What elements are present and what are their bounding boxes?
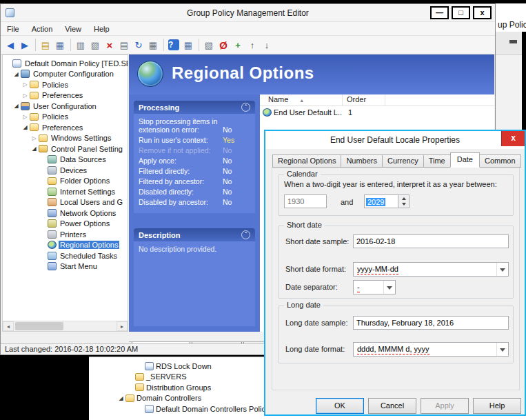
expander-icon[interactable] [21,81,29,88]
scrollbar-thumb[interactable] [15,322,63,330]
toolbar-separator [35,39,36,51]
tab-common[interactable]: Common [479,154,521,168]
start-menu-icon [48,262,57,270]
tab-regional-options[interactable]: Regional Options [272,154,341,168]
globe-icon [137,61,163,87]
column-header-order[interactable]: Order [343,94,385,106]
report-icon[interactable]: ▧ [202,38,216,52]
dialog-title[interactable]: End User Default Locale Properties [265,131,525,149]
tree-item-data-sources[interactable]: Data Sources [3,154,128,166]
tree-item-scheduled-tasks[interactable]: Scheduled Tasks [3,250,128,261]
properties-icon[interactable]: ▦ [146,38,160,52]
expander-icon[interactable] [30,135,38,141]
move-down-icon[interactable]: ↓ [260,38,274,52]
list-view-icon[interactable]: ▤ [117,38,131,52]
maximize-button[interactable]: □ [452,6,470,19]
menu-action[interactable]: Action [26,23,59,34]
paste-icon[interactable]: ▧ [88,38,102,52]
console-tree-icon[interactable]: ▦ [53,38,67,52]
tree-item-network-options[interactable]: Network Options [3,208,128,219]
delete-icon[interactable]: × [103,38,117,52]
date-separator-combo[interactable]: - [353,280,396,294]
tree-item-windows-settings[interactable]: Windows Settings [3,133,128,144]
tree-item-internet-settings[interactable]: Internet Settings [3,186,128,197]
chevron-down-icon[interactable] [383,281,395,294]
tree-item-start-menu[interactable]: Start Menu [3,261,128,272]
year-to-spinner[interactable]: 2029 [364,194,409,208]
folder-icon [125,394,134,402]
tree-item-computer-configuration[interactable]: Computer Configuration [3,69,128,80]
devices-icon [48,166,57,174]
short-date-sample-field[interactable]: 2016-02-18 [353,234,509,248]
tree-item-control-panel-settings[interactable]: Control Panel Setting [3,143,128,154]
spin-up-icon[interactable] [398,195,409,201]
refresh-icon[interactable]: ↻ [132,38,145,52]
spin-down-icon[interactable] [398,201,409,208]
minimize-button[interactable]: — [430,6,449,19]
long-date-sample-field[interactable]: Thursday, February 18, 2016 [353,316,509,330]
expander-icon[interactable] [21,114,29,120]
tree-item-power-options[interactable]: Power Options [3,219,128,230]
export-list-icon[interactable]: ▤ [39,38,52,52]
close-button[interactable]: x [473,6,492,19]
collapse-icon[interactable] [241,103,250,112]
tree-item-preferences[interactable]: Preferences [3,90,128,101]
tab-time[interactable]: Time [423,154,451,168]
scroll-left-icon[interactable] [3,321,14,331]
tree-item-policies[interactable]: Policies [3,112,128,123]
move-up-icon[interactable]: ↑ [245,38,259,52]
long-date-format-combo[interactable]: dddd, MMMM d, yyyy [353,342,509,357]
scroll-right-icon[interactable] [117,321,128,331]
expander-icon[interactable] [12,103,20,109]
tree-item-folder-options[interactable]: Folder Options [3,176,128,187]
tab-date[interactable]: Date [450,152,480,168]
expander-icon[interactable] [12,71,20,77]
add-icon[interactable]: + [231,38,245,52]
list-header: Name Order [260,94,494,106]
tab-numbers[interactable]: Numbers [341,154,383,168]
expander-icon[interactable] [30,146,38,152]
tree-item-local-users-and-groups[interactable]: Local Users and G [3,197,128,208]
menu-file[interactable]: File [1,23,26,34]
help-button[interactable]: Help [473,398,521,414]
gpo-icon [12,59,21,68]
close-icon[interactable]: x [501,131,525,146]
back-icon[interactable]: ◀ [3,38,17,52]
collapse-icon[interactable] [241,230,250,239]
tree-item-devices[interactable]: Devices [3,165,128,176]
tree-item-user-configuration[interactable]: User Configuration [3,101,128,112]
list-item[interactable]: End User Default L... 1 [260,106,494,118]
window-icon[interactable]: ▦ [181,38,195,52]
apply-button[interactable]: Apply [421,398,469,414]
two-digit-year-prompt: When a two-digit year is entered, interp… [284,180,497,188]
chevron-down-icon[interactable] [496,263,508,276]
ok-button[interactable]: OK [316,398,364,414]
calendar-group: Calendar When a two-digit year is entere… [278,174,514,216]
cancel-button[interactable]: Cancel [368,398,416,414]
expander-icon[interactable] [21,124,29,130]
expander-icon[interactable] [117,395,125,401]
tree-item-policies[interactable]: Policies [3,79,128,90]
tree-item-preferences[interactable]: Preferences [3,122,128,133]
year-from-field[interactable]: 1930 [284,194,327,208]
column-header-name[interactable]: Name [260,94,343,106]
chevron-down-icon[interactable] [496,343,508,356]
preference-header: Regional Options [129,54,494,94]
menu-help[interactable]: Help [88,23,116,34]
folder-options-icon [48,177,57,185]
stop-icon[interactable]: Ø [216,38,230,52]
tree-item-default-domain-policy[interactable]: Default Domain Policy [TED.SEI [3,58,128,69]
horizontal-scrollbar[interactable] [3,321,128,331]
tree-item-label: Domain Controllers [136,394,201,402]
short-date-format-combo[interactable]: yyyy-MM-dd [353,262,509,277]
help-icon[interactable]: ? [168,39,179,50]
tab-currency[interactable]: Currency [382,154,424,168]
expander-icon[interactable] [21,92,29,99]
copy-icon[interactable]: ▥ [74,38,88,52]
tree-item-printers[interactable]: Printers [3,229,128,240]
tree-item-regional-options[interactable]: Regional Options [3,240,128,251]
forward-icon[interactable]: ▶ [18,38,32,52]
menu-view[interactable]: View [59,23,88,34]
title-bar[interactable]: Group Policy Management Editor — □ x [1,4,495,22]
folder-icon [135,373,144,381]
